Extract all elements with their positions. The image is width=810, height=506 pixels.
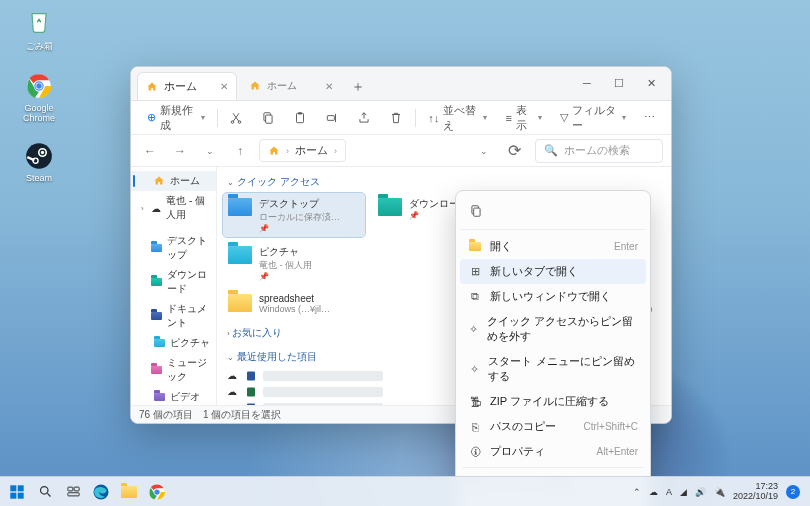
tile-desktop[interactable]: デスクトップローカルに保存済…📌 — [223, 193, 365, 237]
close-tab-icon[interactable]: ✕ — [220, 81, 228, 92]
system-tray[interactable]: ⌃ ☁ A ◢ 🔊 🔌 17:23 2022/10/19 2 — [633, 482, 806, 502]
ctx-open[interactable]: 開くEnter — [460, 234, 646, 259]
toolbar: ⊕ 新規作成 ↑↓ 並べ替え ≡ 表示 ▽ フィルター ⋯ — [131, 101, 671, 135]
tab-bar: ホーム ✕ ホーム ✕ ＋ ─ ☐ ✕ — [131, 67, 671, 101]
sidebar: ホーム ›☁竜也 - 個人用 デスクトップ ダウンロード ドキュメント ピクチャ… — [131, 167, 217, 405]
task-view-button[interactable] — [60, 479, 86, 505]
tab-label: ホーム — [164, 79, 197, 94]
more-button[interactable]: ⋯ — [638, 107, 661, 128]
home-icon — [146, 81, 158, 93]
svg-rect-23 — [10, 492, 16, 498]
taskbar-explorer[interactable] — [116, 479, 142, 505]
svg-rect-16 — [247, 388, 255, 397]
tab-home-inactive[interactable]: ホーム ✕ — [241, 72, 341, 100]
taskbar-chrome[interactable] — [144, 479, 170, 505]
up-button[interactable]: ↑ — [229, 140, 251, 162]
desktop-icon-chrome[interactable]: Google Chrome — [12, 71, 66, 123]
sidebar-downloads[interactable]: ダウンロード — [131, 265, 216, 299]
close-button[interactable]: ✕ — [635, 71, 667, 95]
tile-pictures[interactable]: ピクチャ竜也 - 個人用📌 — [223, 241, 365, 285]
rename-icon[interactable] — [319, 107, 345, 129]
ctx-pin-start[interactable]: ✧スタート メニューにピン留めする — [460, 349, 646, 389]
tile-spreadsheet[interactable]: spreadsheetWindows (…¥jil… — [223, 289, 365, 318]
svg-point-25 — [40, 487, 48, 495]
ctx-open-new-window[interactable]: ⧉新しいウィンドウで開く — [460, 284, 646, 309]
delete-icon[interactable] — [383, 107, 409, 129]
search-icon: 🔍 — [544, 144, 558, 157]
ctx-copy-path[interactable]: ⎘パスのコピーCtrl+Shift+C — [460, 414, 646, 439]
svg-rect-22 — [18, 485, 24, 491]
sidebar-documents[interactable]: ドキュメント — [131, 299, 216, 333]
close-tab-icon[interactable]: ✕ — [325, 81, 333, 92]
desktop-icon-steam[interactable]: Steam — [12, 141, 66, 183]
filter-button[interactable]: ▽ フィルター — [554, 99, 632, 137]
svg-rect-27 — [74, 487, 79, 491]
breadcrumb[interactable]: › ホーム › — [259, 139, 346, 162]
dropdown-chevron[interactable]: ⌄ — [473, 140, 495, 162]
new-tab-button[interactable]: ＋ — [345, 74, 371, 100]
svg-point-8 — [232, 120, 235, 123]
taskbar: ⌃ ☁ A ◢ 🔊 🔌 17:23 2022/10/19 2 — [0, 476, 810, 506]
cut-icon[interactable] — [223, 107, 249, 129]
desktop-icon-label: Google Chrome — [12, 103, 66, 123]
svg-rect-28 — [67, 493, 78, 496]
desktop-icon-label: Steam — [26, 173, 52, 183]
search-input[interactable]: 🔍 ホームの検索 — [535, 139, 664, 163]
search-button[interactable] — [32, 479, 58, 505]
clock[interactable]: 17:23 2022/10/19 — [733, 482, 778, 502]
sidebar-home[interactable]: ホーム — [131, 171, 216, 191]
maximize-button[interactable]: ☐ — [603, 71, 635, 95]
taskbar-edge[interactable] — [88, 479, 114, 505]
svg-rect-13 — [299, 112, 303, 114]
svg-point-9 — [239, 120, 242, 123]
sort-button[interactable]: ↑↓ 並べ替え — [422, 99, 493, 137]
desktop-icon-recycle[interactable]: ごみ箱 — [12, 8, 66, 53]
refresh-button[interactable]: ⟳ — [503, 141, 527, 160]
svg-rect-11 — [266, 115, 272, 123]
tray-volume-icon[interactable]: 🔊 — [695, 487, 706, 497]
sidebar-desktop[interactable]: デスクトップ — [131, 231, 216, 265]
back-button[interactable]: ← — [139, 140, 161, 162]
sidebar-music[interactable]: ミュージック — [131, 353, 216, 387]
status-count: 76 個の項目 — [139, 408, 193, 422]
copy-icon[interactable] — [255, 107, 281, 129]
nav-row: ← → ⌄ ↑ › ホーム › ⌄ ⟳ 🔍 ホームの検索 — [131, 135, 671, 167]
tray-wifi-icon[interactable]: ◢ — [680, 487, 687, 497]
tray-cloud-icon[interactable]: ☁ — [649, 487, 658, 497]
status-selected: 1 個の項目を選択 — [203, 408, 281, 422]
forward-button[interactable]: → — [169, 140, 191, 162]
sidebar-videos[interactable]: ビデオ — [131, 387, 216, 405]
sidebar-pictures[interactable]: ピクチャ — [131, 333, 216, 353]
start-button[interactable] — [4, 479, 30, 505]
svg-rect-20 — [474, 208, 480, 216]
ctx-open-new-tab[interactable]: ⊞新しいタブで開く — [460, 259, 646, 284]
context-menu: 開くEnter ⊞新しいタブで開く ⧉新しいウィンドウで開く ✧クイック アクセ… — [455, 190, 651, 506]
sidebar-personal[interactable]: ›☁竜也 - 個人用 — [131, 191, 216, 225]
new-button[interactable]: ⊕ 新規作成 — [141, 99, 211, 137]
svg-point-6 — [41, 151, 44, 154]
svg-point-4 — [26, 143, 52, 169]
paste-icon[interactable] — [287, 107, 313, 129]
ctx-properties[interactable]: 🛈プロパティAlt+Enter — [460, 439, 646, 464]
copy-icon[interactable] — [464, 199, 488, 223]
svg-rect-12 — [297, 113, 304, 122]
tray-ime-icon[interactable]: A — [666, 487, 672, 497]
tray-battery-icon[interactable]: 🔌 — [714, 487, 725, 497]
tray-chevron-icon[interactable]: ⌃ — [633, 487, 641, 497]
home-icon — [268, 145, 280, 157]
share-icon[interactable] — [351, 107, 377, 129]
svg-rect-21 — [10, 485, 16, 491]
svg-rect-15 — [247, 372, 255, 381]
tab-label: ホーム — [267, 79, 297, 93]
ctx-compress-zip[interactable]: 🗜ZIP ファイルに圧縮する — [460, 389, 646, 414]
svg-rect-24 — [18, 492, 24, 498]
view-button[interactable]: ≡ 表示 — [499, 99, 547, 137]
svg-rect-14 — [328, 115, 335, 120]
ctx-unpin[interactable]: ✧クイック アクセスからピン留めを外す — [460, 309, 646, 349]
tab-home-active[interactable]: ホーム ✕ — [137, 72, 237, 100]
svg-point-3 — [36, 83, 41, 88]
recent-locations-chevron[interactable]: ⌄ — [199, 140, 221, 162]
svg-point-31 — [154, 489, 159, 494]
minimize-button[interactable]: ─ — [571, 71, 603, 95]
notifications-badge[interactable]: 2 — [786, 485, 800, 499]
